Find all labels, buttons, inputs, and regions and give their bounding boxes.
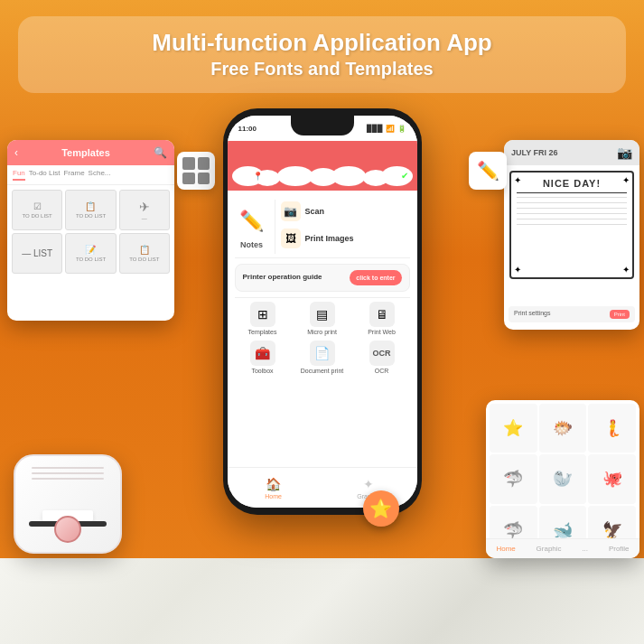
- toolbox-label: Toolbox: [251, 368, 273, 374]
- location-dot: 📍: [253, 172, 263, 181]
- back-icon[interactable]: ‹: [14, 146, 18, 159]
- bottom-tablet-nav: Home Graphic ... Profile: [486, 538, 639, 558]
- status-right: ▉▉▉ 📶 🔋: [367, 125, 406, 133]
- tablet-nav-profile[interactable]: Profile: [609, 545, 630, 553]
- menu-documentprint[interactable]: 📄 Document print: [294, 341, 350, 374]
- note-lines-container: [517, 197, 627, 225]
- tablet-header: ‹ Templates 🔍: [7, 140, 174, 165]
- main-container: Multi-function Application App Free Font…: [0, 0, 644, 644]
- grid-square-1: [182, 157, 195, 170]
- star-icon: ⭐: [369, 498, 392, 519]
- printweb-label: Print Web: [368, 329, 396, 335]
- templates-icon: ⊞: [250, 302, 275, 327]
- menu-templates[interactable]: ⊞ Templates: [235, 302, 291, 335]
- tab-fun[interactable]: Fun: [13, 169, 25, 181]
- home-icon: 🏠: [266, 477, 281, 491]
- microprint-label: Micro print: [307, 329, 337, 335]
- right-tablet-header: JULY FRI 26 📷: [504, 140, 639, 165]
- note-line-1: [517, 197, 627, 198]
- nice-day-title: NICE DAY!: [517, 178, 627, 193]
- graphic-icon: ✦: [363, 477, 374, 491]
- note-line-6: [517, 224, 627, 225]
- microprint-icon: ▤: [310, 302, 335, 327]
- divider-2: [235, 297, 410, 298]
- animal-mermaid: 🧜: [588, 404, 636, 453]
- template-cell-5[interactable]: 📝 TO DO LIST: [65, 233, 116, 274]
- tab-todolist[interactable]: To-do List: [29, 169, 61, 181]
- top-features-row: ✏️ Notes 📷 Scan 🖼 P: [235, 200, 410, 254]
- phone-screen: 11:00 ▉▉▉ 📶 🔋: [228, 116, 417, 508]
- star-bookmark[interactable]: ⭐: [363, 490, 399, 527]
- click-enter-button[interactable]: click to enter: [350, 270, 401, 285]
- print-button[interactable]: Print: [610, 310, 630, 319]
- note-line-2: [517, 202, 627, 203]
- battery-icon: 🔋: [397, 125, 406, 133]
- corner-star-tl: ✦: [514, 175, 521, 185]
- scan-section: 📷 Scan 🖼 Print Images: [281, 200, 354, 254]
- phone-header: T02 📍 🖨 ✔: [228, 141, 417, 191]
- printer-guide-text: Printer operation guide: [243, 273, 322, 282]
- printweb-icon: 🖥: [369, 302, 395, 327]
- template-cell-1[interactable]: ☑ TO DO LIST: [12, 190, 62, 230]
- notes-section: ✏️ Notes: [235, 200, 269, 254]
- phone-content: ✏️ Notes 📷 Scan 🖼 P: [228, 191, 417, 467]
- cloud-3: [277, 166, 313, 186]
- phone-mockup: 11:00 ▉▉▉ 📶 🔋: [223, 108, 422, 515]
- printer-button[interactable]: [54, 516, 81, 543]
- template-cell-2[interactable]: 📋 TO DO LIST: [65, 190, 116, 230]
- scan-row[interactable]: 📷 Scan: [281, 200, 354, 223]
- note-border-area: NICE DAY! ✦ ✦ ✦ ✦: [509, 171, 634, 279]
- documentprint-label: Document print: [301, 368, 343, 374]
- vertical-divider: [275, 200, 275, 254]
- printer-device: [14, 454, 131, 572]
- print-header-icon[interactable]: 🖨: [387, 171, 397, 181]
- menu-printweb[interactable]: 🖥 Print Web: [354, 302, 410, 335]
- menu-toolbox[interactable]: 🧰 Toolbox: [235, 341, 291, 374]
- ocr-icon: OCR: [369, 341, 395, 366]
- tab-schedule[interactable]: Sche...: [89, 169, 111, 181]
- note-line-3: [517, 208, 627, 209]
- wifi-icon: 📶: [386, 125, 395, 133]
- animal-shark: 🦈: [490, 454, 537, 503]
- bottom-right-tablet: ⭐ 🐡 🧜 🦈 🦭 🐙 🦈 🐋 🦅 Home Graphic ... Profi…: [486, 400, 639, 558]
- printer-body: [14, 454, 122, 554]
- search-icon[interactable]: 🔍: [154, 146, 167, 159]
- phone-app-title: T02 📍: [237, 172, 263, 181]
- printer-guide-banner[interactable]: Printer operation guide click to enter: [235, 264, 410, 292]
- template-grid: ☑ TO DO LIST 📋 TO DO LIST ✈ — — LIST 📝 T…: [7, 185, 174, 278]
- print-settings-area: Print settings Print: [509, 306, 635, 322]
- edit-pencil-icon: ✏️: [477, 160, 499, 182]
- notes-icon-group[interactable]: ✏️ Notes: [235, 204, 269, 249]
- vent-2: [32, 472, 104, 474]
- animal-starfish: ⭐: [490, 404, 537, 453]
- corner-star-tr: ✦: [622, 175, 630, 185]
- menu-microprint[interactable]: ▤ Micro print: [294, 302, 350, 335]
- tablet-nav-graphic[interactable]: Graphic: [537, 545, 562, 553]
- printer-vents: [32, 467, 104, 480]
- right-tablet-camera-icon[interactable]: 📷: [617, 145, 632, 160]
- tablet-title: Templates: [23, 147, 148, 158]
- tablet-nav-more[interactable]: ...: [582, 545, 588, 553]
- animal-fish1: 🐡: [539, 404, 587, 453]
- grid-square-2: [198, 157, 210, 170]
- print-images-icon-box: 🖼: [281, 229, 301, 248]
- cloud-5: [331, 166, 366, 186]
- nav-home[interactable]: 🏠 Home: [265, 477, 282, 499]
- right-tablet-date: JULY FRI 26: [511, 148, 558, 157]
- animals-grid: ⭐ 🐡 🧜 🦈 🦭 🐙 🦈 🐋 🦅: [486, 400, 639, 558]
- template-cell-6[interactable]: 📋 TO DO LIST: [119, 233, 170, 274]
- scan-icon-box: 📷: [281, 201, 301, 221]
- template-cell-3[interactable]: ✈ —: [119, 190, 170, 230]
- template-cell-4[interactable]: — LIST: [12, 233, 62, 274]
- tab-frame[interactable]: Frame: [63, 169, 84, 181]
- documentprint-icon: 📄: [310, 341, 335, 366]
- menu-ocr[interactable]: OCR OCR: [354, 341, 410, 374]
- print-images-row[interactable]: 🖼 Print Images: [281, 227, 354, 250]
- signal-icon: ▉▉▉: [367, 125, 383, 133]
- edit-icon-bubble[interactable]: ✏️: [469, 152, 507, 190]
- check-icon[interactable]: ✔: [401, 171, 408, 181]
- grid-icon-bubble[interactable]: [177, 152, 215, 190]
- tablet-nav-home[interactable]: Home: [496, 545, 515, 553]
- corner-star-br: ✦: [622, 265, 630, 275]
- phone-notch: [291, 116, 354, 135]
